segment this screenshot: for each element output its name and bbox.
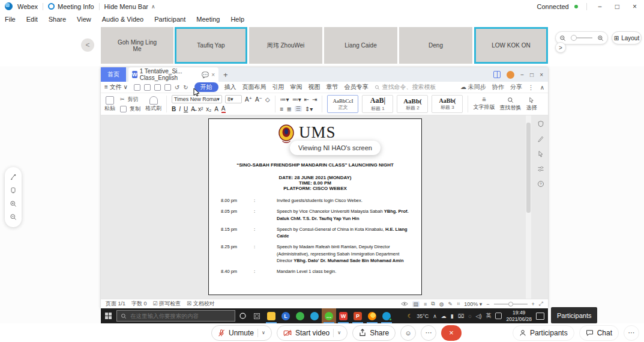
menu-meeting[interactable]: Meeting (196, 16, 220, 23)
wps-restore-button[interactable]: □ (530, 72, 534, 78)
wps-ribbon-tab-page-layout[interactable]: 页面布局 (242, 83, 266, 91)
format-painter-button[interactable]: 格式刷 (145, 94, 161, 114)
align-left-icon[interactable]: ≡ (280, 106, 284, 112)
layout-button[interactable]: ⊞ Layout (612, 31, 642, 44)
share-button[interactable]: Share (352, 325, 396, 341)
webex-taskbar-icon[interactable] (379, 308, 394, 323)
menu-help[interactable]: Help (230, 16, 244, 23)
increase-indent-icon[interactable]: ⇥ (312, 96, 317, 103)
leave-meeting-button[interactable]: × (441, 325, 462, 341)
decrease-indent-icon[interactable]: ⇤ (304, 96, 309, 103)
style-heading2[interactable]: AaBb( 标题 2 (397, 95, 428, 113)
more-options-button[interactable]: ⋯ (421, 325, 436, 341)
meeting-info-button[interactable]: Meeting Info (48, 3, 94, 10)
maximize-button[interactable]: □ (613, 2, 622, 11)
decrease-font-icon[interactable]: A⁻ (255, 96, 262, 103)
reactions-button[interactable]: ☺ (400, 325, 416, 341)
bullet-list-icon[interactable]: ≔▾ (280, 96, 289, 103)
more-menu-icon[interactable]: ⋮ (528, 84, 534, 91)
video-tile[interactable]: LOW KOK ON (474, 27, 548, 64)
collapse-ribbon-icon[interactable]: ∧ (540, 84, 544, 91)
video-options-chevron[interactable]: ∨ (337, 330, 341, 335)
video-tile[interactable]: Liang Caide (324, 27, 397, 64)
action-center-icon[interactable] (536, 313, 544, 320)
zoom-level[interactable]: 100% ▾ (464, 301, 482, 307)
workspace-icon[interactable] (493, 71, 501, 78)
wps-app-icon[interactable]: W (336, 308, 351, 323)
wps-ribbon-tab-references[interactable]: 引用 (272, 83, 284, 91)
save-icon[interactable] (144, 84, 151, 91)
underline-button[interactable]: U (184, 106, 188, 112)
menu-participant[interactable]: Participant (154, 16, 185, 23)
green-app-icon[interactable] (293, 308, 307, 323)
wps-ribbon-tab-insert[interactable]: 插入 (224, 83, 236, 91)
annotate-icon[interactable] (10, 174, 17, 181)
new-doc-icon[interactable] (134, 84, 140, 91)
zoom-out-icon[interactable] (559, 35, 566, 41)
wps-ribbon-tab-section[interactable]: 章节 (327, 83, 339, 91)
language-indicator[interactable]: 英 (486, 312, 491, 320)
justify-icon[interactable]: ☰ (295, 106, 302, 112)
cloud-sync-status[interactable]: ☁ 未同步 (460, 83, 486, 91)
weather-temp[interactable]: 35°C (417, 313, 429, 319)
text-layout-button[interactable]: ≞ 文字排版 (473, 94, 495, 114)
cortana-button[interactable] (235, 308, 250, 323)
wps-minimize-button[interactable]: − (520, 72, 524, 78)
increase-font-icon[interactable]: A⁺ (245, 96, 252, 103)
settings-slider-icon[interactable] (537, 165, 544, 173)
doc-assistant-icon[interactable] (537, 120, 544, 127)
video-tile[interactable]: Taufiq Yap (175, 27, 247, 64)
teal-app-icon[interactable] (307, 308, 322, 323)
remote-control-icon[interactable] (10, 187, 17, 194)
fit-page-icon[interactable]: ⌗ (457, 301, 460, 307)
taskbar-search-input[interactable] (130, 313, 226, 319)
bold-button[interactable]: B (172, 106, 176, 112)
collaborate-button[interactable]: 协作 (492, 83, 504, 91)
style-heading1[interactable]: AaB| 标题 1 (362, 95, 393, 113)
wps-ribbon-tab-member[interactable]: 会员专享 (345, 83, 369, 91)
italic-button[interactable]: I (179, 106, 181, 112)
align-center-icon[interactable]: ≣ (286, 106, 291, 112)
video-tile[interactable]: Goh Ming Ling Me (101, 27, 173, 64)
video-tile[interactable]: 周玮 ZhouWei (249, 27, 322, 64)
start-button[interactable] (101, 308, 116, 323)
ink-view-icon[interactable]: ✎ (448, 301, 453, 307)
select-button[interactable]: 选择 (526, 94, 537, 114)
minimize-button[interactable]: − (595, 2, 604, 11)
subscript-button[interactable]: x₂ (206, 106, 211, 112)
strikethrough-button[interactable]: A̶ (191, 106, 195, 112)
style-normal[interactable]: AaBbCcI 正文 (327, 95, 358, 113)
select-cursor-icon[interactable] (537, 150, 544, 157)
file-explorer-icon[interactable] (264, 308, 278, 323)
line-spacing-icon[interactable]: ⇕▾ (305, 106, 313, 112)
wps-close-button[interactable]: × (540, 72, 543, 78)
menu-audio-video[interactable]: Audio & Video (102, 16, 144, 23)
outline-view-icon[interactable]: ≡ (424, 301, 427, 307)
font-family-select[interactable]: Times New Roma ▾ (172, 95, 222, 103)
wps-home-tab[interactable]: 首页 (101, 67, 126, 82)
menu-edit[interactable]: Edit (26, 16, 38, 23)
wps-file-menu[interactable]: ≡ 文件 ∨ (104, 83, 128, 91)
spell-check-toggle[interactable]: ☑ 拼写检查 (153, 300, 181, 308)
close-tab-icon[interactable]: × (211, 72, 215, 78)
proofread-toggle[interactable]: ☒ 文档校对 (187, 300, 215, 308)
paste-button[interactable]: 粘贴 (104, 94, 115, 114)
copy-button[interactable]: 复制 (120, 104, 140, 114)
clock-app-icon[interactable]: L (278, 308, 293, 323)
print-preview-icon[interactable] (164, 84, 171, 91)
fullscreen-icon[interactable]: ⤢ (539, 301, 543, 307)
find-replace-button[interactable]: 查找替换 (499, 94, 521, 114)
account-avatar[interactable] (507, 71, 514, 79)
zoom-slider[interactable] (494, 304, 528, 305)
undo-icon[interactable]: ↺ (175, 84, 179, 91)
start-video-button[interactable]: Start video ∨ (277, 325, 348, 341)
web-view-icon[interactable]: ◍ (439, 301, 444, 307)
wps-command-search[interactable]: 查找命令、搜索模板 (375, 83, 436, 91)
font-color-button[interactable]: A (221, 105, 226, 113)
redo-icon[interactable]: ↻ (183, 84, 188, 91)
zoom-in-button[interactable]: + (532, 301, 535, 307)
new-tab-button[interactable]: + (223, 70, 228, 79)
touch-keyboard-icon[interactable] (495, 313, 502, 319)
zoom-out-icon[interactable] (10, 213, 17, 221)
chat-panel-button[interactable]: Chat (579, 325, 619, 341)
